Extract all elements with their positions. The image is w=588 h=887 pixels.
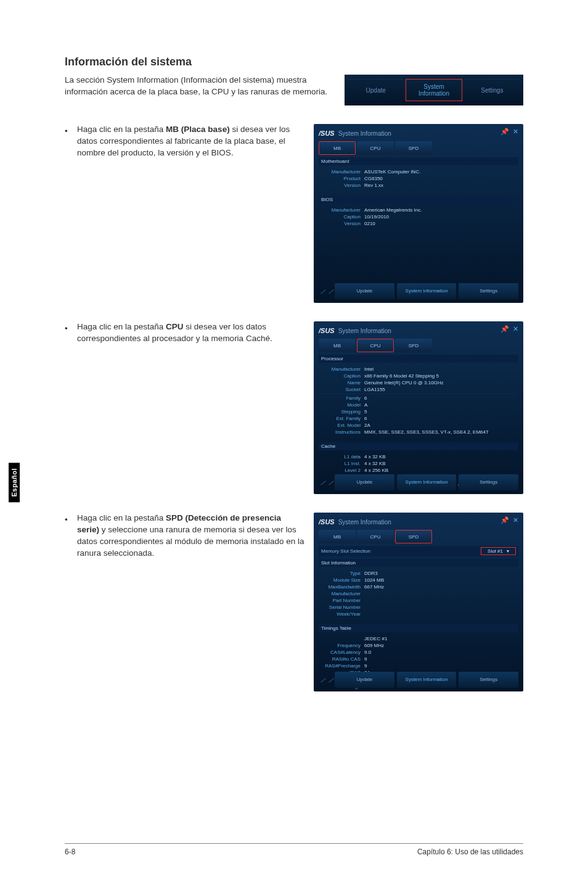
value-cpu-family: 6: [364, 395, 367, 401]
bullet-spd-pre: Haga clic en la pestaña: [77, 513, 166, 522]
ss-tab-mb: MB: [319, 141, 356, 155]
label-bios-caption: Caption: [321, 214, 364, 220]
ss-tab-mb: MB: [319, 530, 356, 543]
label-cpu-stepping: Stepping: [321, 409, 364, 415]
label-spd-type: Type: [321, 571, 364, 576]
ss-section-slot-info: Slot Information: [319, 559, 518, 567]
bullet-spd: Haga clic en la pestaña SPD (Detección d…: [77, 513, 304, 559]
value-l2: 4 x 256 KB: [364, 468, 388, 473]
close-icon: ✕: [513, 128, 518, 136]
ss-btn-update: Update: [335, 283, 394, 299]
bullet-icon: •: [65, 513, 68, 559]
value-l1data: 4 x 32 KB: [364, 454, 386, 460]
ss-tab-cpu: CPU: [357, 530, 394, 543]
ss-btn-settings: Settings: [459, 474, 518, 490]
ss-window-title: System Information: [338, 130, 391, 137]
label-memory-slot-selection: Memory Slot Selection: [321, 548, 370, 554]
screenshot-mb: /SUS System Information 📌 ✕ MB CPU SPD M…: [314, 124, 523, 303]
ss-brand: /SUS: [319, 130, 335, 137]
label-product: Product: [321, 176, 364, 181]
value-spd-ras: 9: [364, 656, 367, 662]
value-bios-version: 0210: [364, 221, 375, 226]
label-timing-header: [321, 636, 364, 642]
ss-tab-mb: MB: [319, 339, 356, 352]
asus-logo-icon: ⟋⟋: [319, 478, 332, 487]
value-l1inst: 4 x 32 KB: [364, 461, 386, 466]
tabbar-screenshot: Update SystemInformation Settings: [345, 75, 523, 105]
label-cpu-model: Model: [321, 402, 364, 408]
bullet-mb-bold: MB (Placa base): [166, 125, 230, 134]
label-spd-partnumber: Part Number: [321, 598, 364, 603]
label-spd-size: Module Size: [321, 577, 364, 583]
label-spd-manufacturer: Manufacturer: [321, 591, 364, 596]
ss-window-title: System Information: [338, 519, 391, 526]
value-mb-product: CG8350: [364, 176, 383, 181]
label-bios-manufacturer: Manufacturer: [321, 207, 364, 213]
bullet-icon: •: [65, 321, 68, 345]
screenshot-spd: /SUS System Information 📌 ✕ MB CPU SPD M…: [314, 513, 523, 691]
ss-brand: /SUS: [319, 518, 335, 526]
ss-btn-settings: Settings: [459, 283, 518, 299]
page-heading: Información del sistema: [65, 56, 523, 68]
ss-tab-cpu: CPU: [357, 141, 394, 155]
value-cpu-manufacturer: Intel: [364, 366, 374, 372]
label-cpu-family: Family: [321, 395, 364, 401]
close-icon: ✕: [513, 325, 518, 333]
ss-section-bios: BIOS: [319, 196, 518, 204]
ss-window-title: System Information: [338, 328, 391, 334]
label-spd-freq: Frequency: [321, 643, 364, 648]
value-bios-manufacturer: American Megatrends Inc.: [364, 207, 422, 213]
asus-logo-icon: ⟋⟋: [319, 675, 332, 684]
value-cpu-name: Genuine Intel(R) CPU 0 @ 3.10GHz: [364, 380, 444, 386]
ss-btn-update: Update: [335, 672, 394, 688]
label-l1inst: L1 Inst.: [321, 461, 364, 466]
footer-page-number: 6-8: [65, 848, 75, 856]
value-cpu-extfamily: 6: [364, 416, 367, 421]
ss-tab-spd: SPD: [395, 141, 432, 155]
label-spd-precharge: RAS#Precharge: [321, 663, 364, 669]
value-cpu-caption: x86 Family 6 Model 42 Stepping 5: [364, 373, 439, 379]
bullet-cpu-bold: CPU: [166, 322, 184, 331]
label-cpu-socket: Socket: [321, 387, 364, 392]
label-manufacturer: Manufacturer: [321, 169, 364, 175]
bullet-icon: •: [65, 124, 68, 159]
tabbar-update: Update: [348, 79, 403, 101]
value-spd-cas: 9.0: [364, 650, 371, 655]
slot-select-dropdown: Slot #1▾: [481, 547, 516, 555]
label-version: Version: [321, 183, 364, 188]
label-spd-bandwidth: MaxBandwidth: [321, 584, 364, 590]
chevron-down-icon: ▾: [507, 548, 509, 554]
tabbar-sys-line1: System: [423, 83, 444, 90]
label-spd-week: Week/Year: [321, 611, 364, 617]
value-cpu-instructions: MMX, SSE, SSE2, SSE3, SSSE3, VT-x, SSE4.…: [364, 429, 489, 435]
value-spd-size: 1024 MB: [364, 577, 384, 583]
asus-logo-icon: ⟋⟋: [319, 287, 332, 295]
label-cpu-manufacturer: Manufacturer: [321, 366, 364, 372]
tabbar-settings: Settings: [465, 79, 520, 101]
value-cpu-socket: LGA1155: [364, 387, 385, 392]
ss-tab-cpu: CPU: [357, 339, 394, 352]
label-l1data: L1 data: [321, 454, 364, 460]
label-spd-cas: CAS#Latency: [321, 650, 364, 655]
ss-section-motherboard: Motherboard: [319, 157, 518, 165]
ss-tab-spd: SPD: [395, 339, 432, 352]
label-bios-version: Version: [321, 221, 364, 226]
ss-brand: /SUS: [319, 327, 335, 334]
slot-select-value: Slot #1: [488, 548, 503, 554]
bullet-spd-post: y seleccione una ranura de memoria si de…: [77, 525, 304, 558]
label-spd-ras: RAS#to CAS: [321, 656, 364, 662]
value-spd-precharge: 9: [364, 663, 367, 669]
ss-section-processor: Processor: [319, 355, 518, 363]
label-cpu-extmodel: Ext. Model: [321, 423, 364, 428]
pin-icon: 📌: [500, 128, 509, 136]
ss-section-cache: Cache: [319, 442, 518, 450]
close-icon: ✕: [513, 516, 518, 524]
value-spd-bandwidth: 667 MHz: [364, 584, 384, 590]
value-cpu-extmodel: 2A: [364, 423, 370, 428]
pin-icon: 📌: [500, 516, 509, 524]
ss-btn-system-info: System Information: [397, 474, 457, 490]
bullet-cpu-pre: Haga clic en la pestaña: [77, 322, 166, 331]
label-cpu-extfamily: Ext. Family: [321, 416, 364, 421]
tabbar-system-information: SystemInformation: [406, 79, 462, 101]
value-mb-manufacturer: ASUSTeK Computer INC.: [364, 169, 420, 175]
